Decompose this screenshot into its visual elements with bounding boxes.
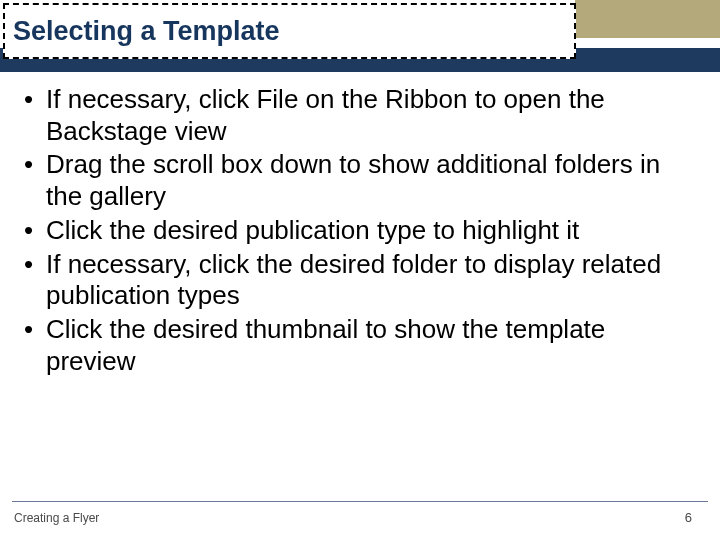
slide-title: Selecting a Template [13, 16, 280, 47]
footer-divider [12, 501, 708, 502]
list-item: Click the desired thumbnail to show the … [18, 314, 698, 377]
slide: Selecting a Template If necessary, click… [0, 0, 720, 540]
page-number: 6 [685, 510, 692, 525]
footer-title: Creating a Flyer [14, 511, 99, 525]
decor-khaki-bar [575, 0, 720, 38]
list-item: Drag the scroll box down to show additio… [18, 149, 698, 212]
list-item: If necessary, click the desired folder t… [18, 249, 698, 312]
body-content: If necessary, click File on the Ribbon t… [18, 84, 698, 379]
list-item: If necessary, click File on the Ribbon t… [18, 84, 698, 147]
bullet-list: If necessary, click File on the Ribbon t… [18, 84, 698, 377]
list-item: Click the desired publication type to hi… [18, 215, 698, 247]
title-box: Selecting a Template [3, 3, 576, 59]
